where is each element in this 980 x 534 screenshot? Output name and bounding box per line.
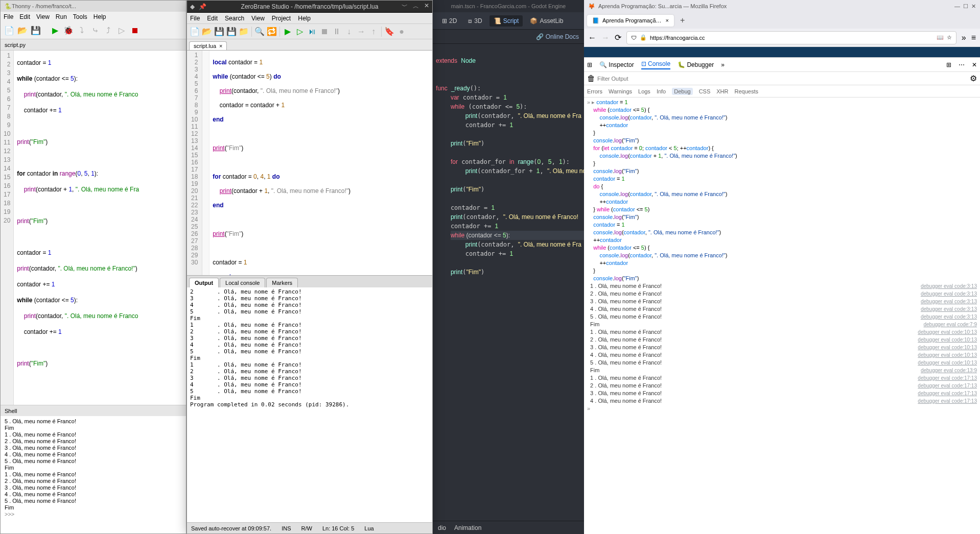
cat-info[interactable]: Info xyxy=(657,88,666,94)
cat-errors[interactable]: Errors xyxy=(587,88,602,94)
thonny-editor[interactable]: 1234567891011121314151617181920 contador… xyxy=(1,51,186,405)
reload-icon[interactable]: ⟳ xyxy=(615,33,621,42)
minimize-icon[interactable]: ﹀ xyxy=(402,2,408,11)
menu-help[interactable]: Help xyxy=(94,13,106,20)
godot-titlebar[interactable]: main.tscn - FrancoGarcia.com - Godot Eng… xyxy=(433,0,584,12)
cat-xhr[interactable]: XHR xyxy=(716,88,728,94)
resume-icon[interactable]: ▷ xyxy=(116,25,127,36)
cat-logs[interactable]: Logs xyxy=(638,88,650,94)
ff-tab[interactable]: 📘 Aprenda Programação: Subro × xyxy=(587,15,674,27)
zb-menu-search[interactable]: Search xyxy=(225,15,244,22)
run-icon[interactable]: ▶ xyxy=(50,25,61,36)
thonny-titlebar[interactable]: 🐍 Thonny - /home/franco/t... xyxy=(1,1,186,12)
cat-css[interactable]: CSS xyxy=(699,88,711,94)
zb-menu-help[interactable]: Help xyxy=(298,15,311,22)
ff-tab-close-icon[interactable]: × xyxy=(666,17,669,23)
step-into-icon[interactable]: ⤷ xyxy=(89,25,101,36)
thonny-editor-tab[interactable]: script.py xyxy=(1,39,186,51)
stop-debug-icon[interactable]: ⏹ xyxy=(319,26,330,37)
menu-file[interactable]: File xyxy=(4,13,13,20)
shield-icon[interactable]: 🛡 xyxy=(631,35,637,41)
godot-editor[interactable]: extends Node func _ready(): var contador… xyxy=(433,44,584,521)
reader-icon[interactable]: 📖 xyxy=(937,34,944,41)
dt-debugger-tab[interactable]: 🐛 Debugger xyxy=(678,61,714,68)
stop-icon[interactable]: ⏹ xyxy=(129,25,141,36)
forward-icon[interactable]: → xyxy=(601,33,610,42)
step-over-icon[interactable]: ⤵ xyxy=(76,25,87,36)
break-icon[interactable]: ⏸ xyxy=(331,26,342,37)
menu-tools[interactable]: Tools xyxy=(73,13,87,20)
app-menu-icon[interactable]: ≡ xyxy=(971,33,976,42)
projdir-icon[interactable]: 📁 xyxy=(238,26,249,37)
thonny-shell[interactable]: 5 . Olá, meu nome é Franco! Fim 1 . Olá,… xyxy=(1,416,186,533)
zb-menu-view[interactable]: View xyxy=(251,15,265,22)
dt-more-icon[interactable]: » xyxy=(721,61,725,68)
dt-iframe-icon[interactable]: ⊞ xyxy=(587,61,592,68)
overflow-icon[interactable]: » xyxy=(962,33,966,42)
pin-icon[interactable]: 📌 xyxy=(199,3,206,10)
breakpoints-icon[interactable]: ● xyxy=(396,26,407,37)
godot-dio[interactable]: dio xyxy=(438,524,446,531)
find-icon[interactable]: 🔍 xyxy=(254,26,265,37)
online-docs-link[interactable]: 🔗 Online Docs xyxy=(536,33,579,40)
zb-output[interactable]: 2 . Olá, meu nome é Franco! 3 . Olá, meu… xyxy=(187,287,432,522)
dt-inspector-tab[interactable]: 🔍 Inspector xyxy=(599,61,634,68)
trash-icon[interactable]: 🗑 xyxy=(587,74,595,83)
zb-code[interactable]: local contador = 1 while (contador <= 5)… xyxy=(209,51,354,275)
tab-close-icon[interactable]: × xyxy=(219,43,222,49)
step-out-icon[interactable]: ⤴ xyxy=(103,25,114,36)
thonny-shell-tab[interactable]: Shell xyxy=(1,405,186,416)
maximize-icon[interactable]: ︿ xyxy=(413,2,419,11)
godot-animation[interactable]: Animation xyxy=(454,524,481,531)
godot-assetlib-button[interactable]: 📦 AssetLib xyxy=(526,15,567,27)
new-file-icon[interactable]: 📄 xyxy=(4,25,15,36)
debug-icon[interactable]: 🐞 xyxy=(63,25,74,36)
run-nodebug-icon[interactable]: ▷ xyxy=(294,26,306,37)
cat-requests[interactable]: Requests xyxy=(735,88,758,94)
godot-2d-button[interactable]: ⊞ 2D xyxy=(438,15,461,27)
debug-start-icon[interactable]: ⏯ xyxy=(307,26,318,37)
zb-fold-margin[interactable] xyxy=(202,51,209,275)
zb-tab-markers[interactable]: Markers xyxy=(266,278,298,287)
zb-menu-project[interactable]: Project xyxy=(272,15,291,22)
godot-3d-button[interactable]: ⧈ 3D xyxy=(464,15,486,27)
bookmark-icon[interactable]: ☆ xyxy=(947,34,952,41)
menu-edit[interactable]: Edit xyxy=(19,13,30,20)
dt-dock-icon[interactable]: ⊞ xyxy=(946,61,951,68)
new-icon[interactable]: 📄 xyxy=(189,26,200,37)
cat-debug[interactable]: Debug xyxy=(672,88,692,95)
godot-script-button[interactable]: 📜 Script xyxy=(489,15,523,27)
zb-tab-localconsole[interactable]: Local console xyxy=(220,278,265,287)
ff-close-icon[interactable]: ✕ xyxy=(971,3,976,10)
save-icon[interactable]: 💾 xyxy=(214,26,225,37)
saveall-icon[interactable]: 💾 xyxy=(226,26,237,37)
zb-menu-file[interactable]: File xyxy=(190,15,200,22)
menu-view[interactable]: View xyxy=(36,13,50,20)
ff-min-icon[interactable]: — xyxy=(954,3,960,9)
zb-editor[interactable]: 1234567891011121314151617181920212223242… xyxy=(187,51,432,275)
dt-close-icon[interactable]: ✕ xyxy=(972,61,977,68)
step-out-icon[interactable]: ↑ xyxy=(368,26,379,37)
menu-run[interactable]: Run xyxy=(56,13,67,20)
close-icon[interactable]: ✕ xyxy=(424,2,429,11)
zb-tab-output[interactable]: Output xyxy=(189,278,219,287)
settings-icon[interactable]: ⚙ xyxy=(970,74,977,83)
save-file-icon[interactable]: 💾 xyxy=(30,25,41,36)
filter-input[interactable] xyxy=(595,75,970,83)
step-into-icon[interactable]: ↓ xyxy=(343,26,355,37)
ff-titlebar[interactable]: 🦊 Aprenda Programação: Su...arcia — Mozi… xyxy=(584,0,980,12)
dt-menu-icon[interactable]: ⋯ xyxy=(959,61,965,68)
devtools-console-body[interactable]: » ▸ contador = 1 while (contador <= 5) {… xyxy=(584,98,980,534)
thonny-code[interactable]: contador = 1 while (contador <= 5): prin… xyxy=(14,51,142,405)
cat-warnings[interactable]: Warnings xyxy=(609,88,632,94)
ff-urlbar[interactable]: 🛡 🔒 https://francogarcia.cc 📖 ☆ xyxy=(626,31,956,44)
zb-tab-scriptlua[interactable]: script.lua× xyxy=(189,41,227,50)
dt-console-tab[interactable]: ⊡ Console xyxy=(641,60,670,69)
open-file-icon[interactable]: 📂 xyxy=(17,25,28,36)
zb-menu-edit[interactable]: Edit xyxy=(207,15,218,22)
open-icon[interactable]: 📂 xyxy=(201,26,213,37)
replace-icon[interactable]: 🔁 xyxy=(266,26,277,37)
back-icon[interactable]: ← xyxy=(588,33,596,42)
ff-max-icon[interactable]: ☐ xyxy=(963,3,968,10)
zb-titlebar[interactable]: ◆📌 ZeroBrane Studio - /home/franco/tmp/l… xyxy=(187,1,432,13)
